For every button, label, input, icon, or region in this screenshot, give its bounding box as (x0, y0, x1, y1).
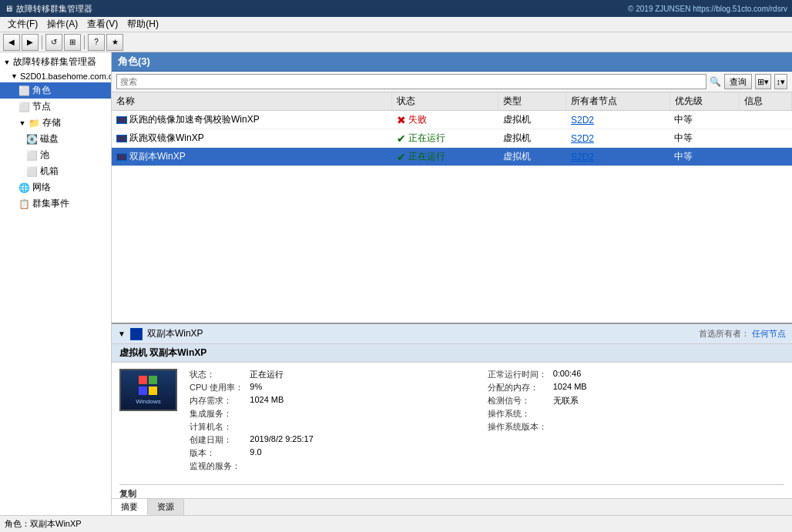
tree-cluster[interactable]: ▼ S2D01.basehome.com.cn (0, 70, 111, 82)
status-text: 角色：双副本WinXP (5, 518, 82, 530)
tree-root[interactable]: ▼ 故障转移群集管理器 (0, 54, 111, 70)
tree-network-label: 网络 (32, 181, 51, 194)
watermark: © 2019 ZJUNSEN https://blog.51cto.com/rd… (628, 5, 787, 13)
detail-section: ▼ 双副本WinXP 首选所有者： 任何节点 虚拟机 双副本WinXP (112, 323, 792, 515)
cpu-value: 9% (250, 382, 481, 391)
tree-pool[interactable]: ⬜ 池 (0, 147, 111, 163)
replica-label: 复制 (119, 488, 784, 498)
title-bar: 🖥 故障转移群集管理器 © 2019 ZJUNSEN https://blog.… (0, 0, 792, 17)
detail-content: Windows 状态： 正在运行 正常运行时间： 0:00:46 CPU 使用率… (112, 363, 792, 478)
tree-cluster-label: S2D01.basehome.com.cn (20, 72, 112, 81)
detail-title: 双副本WinXP (147, 327, 203, 340)
search-button[interactable]: 查询 (724, 74, 752, 89)
menu-help[interactable]: 帮助(H) (122, 16, 163, 32)
assigned-mem-label: 分配的内存： (488, 382, 547, 393)
view-dropdown[interactable]: ⊞▾ (755, 74, 771, 89)
mem-demand-value: 1024 MB (250, 395, 481, 404)
expand-icon: ▼ (3, 59, 11, 66)
menu-file[interactable]: 文件(F) (3, 16, 42, 32)
expand-cluster-icon: ▼ (11, 72, 18, 80)
section-divider (119, 484, 784, 485)
menu-bar: 文件(F) 操作(A) 查看(V) 帮助(H) (0, 17, 792, 32)
tree-chassis[interactable]: ⬜ 机箱 (0, 163, 111, 179)
tree-nodes[interactable]: ⬜ 节点 (0, 99, 111, 115)
row-priority: 中等 (670, 111, 739, 129)
owner-link[interactable]: S2D2 (571, 115, 594, 125)
col-info: 信息 (739, 92, 791, 111)
row-info (739, 148, 791, 166)
tree-chassis-label: 机箱 (40, 165, 59, 178)
replica-section: 复制 复制状态： 主父母 (112, 478, 792, 498)
tree-events-label: 群集事件 (32, 197, 69, 210)
app-title: 故障转移群集管理器 (16, 3, 92, 15)
table-row[interactable]: 跃跑的镜像加速奇偶校验WinXP✖ 失败虚拟机S2D2中等 (112, 111, 792, 129)
menu-action[interactable]: 操作(A) (42, 16, 82, 32)
vm-row-icon (116, 116, 127, 124)
section-header-text: 角色(3) (118, 55, 150, 67)
detail-scroll: 虚拟机 双副本WinXP Windows (112, 344, 792, 498)
row-priority: 中等 (670, 129, 739, 148)
detail-tabs: 摘要 资源 (112, 498, 792, 515)
status-value: 正在运行 (250, 369, 481, 380)
storage-icon: 📁 (29, 118, 40, 129)
assigned-mem-value: 1024 MB (553, 382, 784, 391)
owner-link[interactable]: S2D2 (571, 133, 594, 144)
sort-dropdown[interactable]: ↕▾ (774, 74, 788, 89)
detail-collapse-icon[interactable]: ▼ (118, 330, 126, 338)
search-icon: 🔍 (710, 76, 721, 87)
left-panel: ▼ 故障转移群集管理器 ▼ S2D01.basehome.com.cn ⬜ 角色… (0, 52, 112, 515)
search-bar: 🔍 查询 ⊞▾ ↕▾ (112, 72, 792, 92)
tree-pool-label: 池 (40, 149, 49, 162)
search-input[interactable] (116, 74, 706, 89)
tree-cluster-events[interactable]: 📋 群集事件 (0, 196, 111, 212)
row-status: ✔ 正在运行 (392, 148, 498, 166)
preferred-owner-link[interactable]: 任何节点 (752, 329, 786, 338)
table-row[interactable]: 跃跑双镜像WinXP✔ 正在运行虚拟机S2D2中等 (112, 129, 792, 148)
tree-roles[interactable]: ⬜ 角色 (0, 82, 111, 99)
row-info (739, 111, 791, 129)
mem-demand-label: 内存需求： (190, 395, 243, 407)
col-type: 类型 (498, 92, 566, 111)
status-label: 状态： (190, 369, 243, 380)
tree-nodes-label: 节点 (32, 100, 51, 113)
section-header: 角色(3) (112, 52, 792, 72)
tab-resources[interactable]: 资源 (148, 499, 184, 515)
row-type: 虚拟机 (498, 111, 566, 129)
vm-row-icon (116, 153, 127, 161)
toolbar-star[interactable]: ★ (106, 34, 123, 51)
roles-table: 名称 状态 类型 所有者节点 优先级 信息 跃跑的镜像加速奇偶校验WinXP✖ … (112, 92, 792, 166)
computername-label: 计算机名： (190, 421, 243, 433)
tree-storage[interactable]: ▼ 📁 存储 (0, 115, 111, 131)
toolbar-grid[interactable]: ⊞ (64, 34, 81, 51)
tree-disks-label: 磁盘 (40, 132, 59, 146)
integration-label: 集成服务： (190, 408, 243, 420)
toolbar: ◀ ▶ ↺ ⊞ ? ★ (0, 32, 792, 52)
tree-disks[interactable]: 💽 磁盘 (0, 131, 111, 147)
app-icon: 🖥 (5, 4, 13, 13)
row-type: 虚拟机 (498, 148, 566, 166)
toolbar-help[interactable]: ? (88, 34, 105, 51)
toolbar-refresh[interactable]: ↺ (45, 34, 62, 51)
tree-network[interactable]: 🌐 网络 (0, 179, 111, 196)
row-owner: S2D2 (566, 148, 670, 166)
tab-summary[interactable]: 摘要 (112, 499, 148, 515)
version-value: 9.0 (250, 447, 481, 457)
os-label: 操作系统： (488, 408, 547, 420)
vm-row-icon (116, 135, 127, 142)
tree-storage-label: 存储 (42, 116, 61, 129)
creation-label: 创建日期： (190, 434, 243, 446)
heartbeat-value: 无联系 (553, 395, 784, 407)
title-bar-left: 🖥 故障转移群集管理器 (5, 3, 92, 15)
preferred-owner-label: 首选所有者： (699, 329, 750, 338)
events-icon: 📋 (18, 199, 30, 209)
table-row[interactable]: 双副本WinXP✔ 正在运行虚拟机S2D2中等 (112, 148, 792, 166)
menu-view[interactable]: 查看(V) (82, 16, 122, 32)
toolbar-back[interactable]: ◀ (3, 34, 20, 51)
owner-link[interactable]: S2D2 (571, 152, 594, 162)
main-layout: ▼ 故障转移群集管理器 ▼ S2D01.basehome.com.cn ⬜ 角色… (0, 52, 792, 515)
version-label: 版本： (190, 447, 243, 459)
row-owner: S2D2 (566, 129, 670, 148)
heartbeat-label: 检测信号： (488, 395, 547, 407)
toolbar-forward[interactable]: ▶ (22, 34, 39, 51)
row-name: 跃跑的镜像加速奇偶校验WinXP (129, 114, 260, 125)
